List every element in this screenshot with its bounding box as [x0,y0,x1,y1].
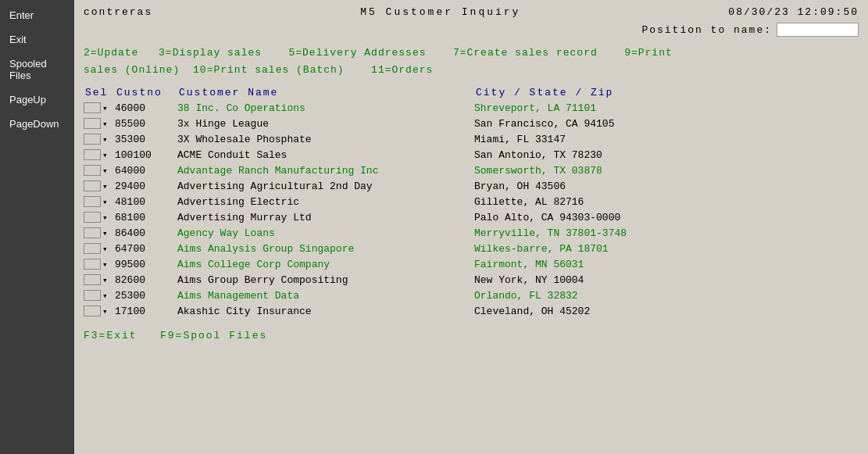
sel-input[interactable] [84,181,101,191]
sel-cell: ▾ [84,290,115,301]
customer-name-cell[interactable]: 3x Hinge League [177,118,474,130]
sel-input[interactable] [84,290,101,301]
sel-cell: ▾ [84,243,115,254]
sel-input[interactable] [84,102,101,113]
table-header: Sel Custno Customer Name City / State / … [84,87,859,98]
sel-cell: ▾ [84,274,115,285]
fk-row-1: 2=Update 3=Display sales 5=Delivery Addr… [84,45,859,62]
custno-cell: 64000 [115,165,177,177]
city-cell: Orlando, FL 32832 [474,290,709,302]
chevron-icon: ▾ [102,213,108,223]
col-header-custno: Custno [116,87,179,98]
city-cell: Miami, FL 33147 [474,134,709,145]
fk-3-display[interactable]: 3=Display sales [159,45,262,62]
sidebar-spooled-files[interactable]: Spooled Files [0,52,74,88]
fk-10-print-batch[interactable]: 10=Print sales (Batch) [193,62,345,79]
city-cell: Cleveland, OH 45202 [474,306,709,317]
sidebar-exit[interactable]: Exit [0,27,74,52]
city-cell: Wilkes-barre, PA 18701 [474,243,709,255]
sel-input[interactable] [84,134,101,145]
header-title: M5 Customer Inquiry [360,6,520,18]
position-row: Position to name: [84,23,859,37]
city-cell: Shreveport, LA 71101 [474,102,709,114]
customer-name-cell[interactable]: Advertising Agricultural 2nd Day [177,181,474,192]
custno-cell: 82600 [115,274,177,286]
city-cell: Bryan, OH 43506 [474,181,709,192]
sel-cell: ▾ [84,306,115,316]
customer-name-cell[interactable]: Aims Analysis Group Singapore [177,243,474,255]
city-cell: Palo Alto, CA 94303-0000 [474,212,709,223]
chevron-icon: ▾ [102,291,108,301]
main-content: contreras M5 Customer Inquiry 08/30/23 1… [74,0,868,454]
table-row: ▾48100Advertising ElectricGillette, AL 8… [84,194,859,209]
customer-name-cell[interactable]: Aims College Corp Company [177,259,474,270]
city-cell: Somersworth, TX 03878 [474,165,709,177]
table-row: ▾25300Aims Management DataOrlando, FL 32… [84,288,859,303]
city-cell: Merryville, TN 37801-3748 [474,227,709,239]
chevron-icon: ▾ [102,259,108,270]
custno-cell: 48100 [115,196,177,208]
fk-f9-spool[interactable]: F9=Spool Files [160,330,267,341]
sel-cell: ▾ [84,118,115,129]
custno-cell: 17100 [115,306,177,317]
chevron-icon: ▾ [102,119,108,129]
customer-name-cell[interactable]: Advertising Murray Ltd [177,212,474,223]
custno-cell: 25300 [115,290,177,302]
table-row: ▾82600Aims Group Berry CompositingNew Yo… [84,272,859,288]
fk-f3-exit[interactable]: F3=Exit [84,330,138,341]
city-cell: Fairmont, MN 56031 [474,259,709,270]
custno-cell: 86400 [115,227,177,239]
position-input[interactable] [777,23,859,37]
sidebar-pageup[interactable]: PageUp [0,88,74,112]
sidebar-pagedown[interactable]: PageDown [0,112,74,136]
chevron-icon: ▾ [102,166,108,176]
sidebar: Enter Exit Spooled Files PageUp PageDown [0,0,74,454]
sel-input[interactable] [84,259,101,270]
sel-input[interactable] [84,118,101,129]
customer-name-cell[interactable]: Agency Way Loans [177,227,474,239]
chevron-icon: ▾ [102,134,108,145]
table-row: ▾86400Agency Way LoansMerryville, TN 378… [84,225,859,241]
table-row: ▾17100Akashic City InsuranceCleveland, O… [84,303,859,319]
fk-5-delivery[interactable]: 5=Delivery Addresses [288,45,426,62]
sel-cell: ▾ [84,149,115,160]
customer-name-cell[interactable]: ACME Conduit Sales [177,149,474,161]
customer-name-cell[interactable]: Advantage Ranch Manufacturing Inc [177,165,474,177]
customer-name-cell[interactable]: 38 Inc. Co Operations [177,102,474,114]
sel-input[interactable] [84,165,101,176]
sel-input[interactable] [84,274,101,285]
header-user: contreras [84,6,152,18]
sel-input[interactable] [84,306,101,316]
col-header-city: City / State / Zip [476,87,710,98]
fk-2-update[interactable]: 2=Update [84,45,138,62]
table-row: ▾64700Aims Analysis Group SingaporeWilke… [84,241,859,256]
position-label: Position to name: [641,24,772,36]
fk-11-orders[interactable]: 11=Orders [371,62,433,79]
fk-sales-online[interactable]: sales (Online) [84,62,180,79]
table-row: ▾100100ACME Conduit SalesSan Antonio, TX… [84,147,859,163]
sel-input[interactable] [84,227,101,238]
sel-input[interactable] [84,212,101,223]
header-row: contreras M5 Customer Inquiry 08/30/23 1… [84,6,859,18]
fk-7-create[interactable]: 7=Create sales record [453,45,598,62]
customer-name-cell[interactable]: Aims Group Berry Compositing [177,274,474,286]
city-cell: Gillette, AL 82716 [474,196,709,208]
sel-cell: ▾ [84,102,115,113]
custno-cell: 99500 [115,259,177,270]
city-cell: San Francisco, CA 94105 [474,118,709,130]
customer-name-cell[interactable]: Akashic City Insurance [177,306,474,317]
sel-input[interactable] [84,243,101,254]
chevron-icon: ▾ [102,103,108,113]
col-header-customer-name: Customer Name [179,87,476,98]
sel-input[interactable] [84,196,101,207]
table-row: ▾353003X Wholesale PhosphateMiami, FL 33… [84,131,859,147]
col-header-sel: Sel [85,87,116,98]
customer-name-cell[interactable]: 3X Wholesale Phosphate [177,134,474,145]
chevron-icon: ▾ [102,197,108,207]
chevron-icon: ▾ [102,244,108,254]
sel-input[interactable] [84,149,101,160]
customer-name-cell[interactable]: Advertising Electric [177,196,474,208]
fk-9-print[interactable]: 9=Print [624,45,673,62]
customer-name-cell[interactable]: Aims Management Data [177,290,474,302]
sidebar-enter[interactable]: Enter [0,3,74,27]
